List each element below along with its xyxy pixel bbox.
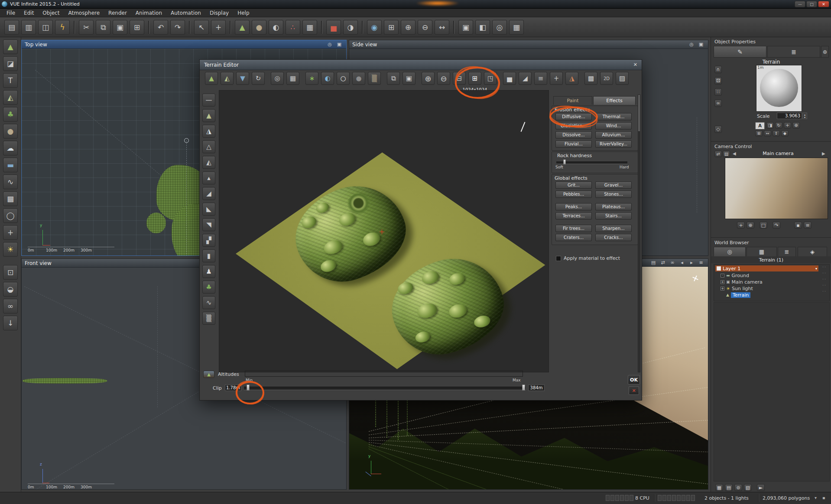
pan-view-icon[interactable]: ↔ xyxy=(435,20,449,35)
wb-tab-browse[interactable]: ◎ xyxy=(714,247,746,256)
view-2d-icon[interactable]: 2D xyxy=(600,72,613,85)
panel-scrollbar-thumb[interactable] xyxy=(638,95,640,131)
dissolve-effect-icon[interactable]: ▨ xyxy=(616,72,629,85)
mountain-tool-icon[interactable]: ◭ xyxy=(3,90,18,105)
camera-prev-arrow[interactable]: ◀ xyxy=(733,151,736,156)
dissolve-button[interactable]: Dissolve... xyxy=(555,131,592,139)
frame-select-icon[interactable]: □ xyxy=(760,222,767,229)
copy-terrain-icon[interactable]: ⧉ xyxy=(387,72,400,85)
viewport-maximize-icon[interactable]: ▣ xyxy=(697,41,705,48)
snapshot-icon[interactable]: ▦ xyxy=(509,20,524,35)
tab-paint[interactable]: Paint xyxy=(553,96,592,105)
viewport-camera-icon[interactable]: ◎ xyxy=(326,41,334,48)
sphere-tool-icon[interactable]: ◒ xyxy=(3,282,18,297)
select-icon[interactable]: ↖ xyxy=(194,20,209,35)
brush-level-icon[interactable]: — xyxy=(202,94,215,107)
stairs-button[interactable]: Stairs... xyxy=(595,212,632,220)
brush-mesa-icon[interactable]: ▮ xyxy=(202,249,215,262)
rotate-icon[interactable]: ↻ xyxy=(775,122,782,129)
wb-list-icon[interactable]: ▤ xyxy=(725,484,733,491)
scale-value-field[interactable]: 3.9063 xyxy=(777,113,802,119)
menu-help[interactable]: Help xyxy=(234,9,253,17)
terrain-3d-canvas[interactable] xyxy=(219,90,549,372)
terrain-editor-titlebar[interactable]: Terrain Editor ✕ xyxy=(200,60,642,70)
dialog-close-icon[interactable]: ✕ xyxy=(633,62,637,68)
wb-play-icon[interactable]: ► xyxy=(757,484,765,491)
wb-grid-icon[interactable]: ▦ xyxy=(715,484,723,491)
tree-row-main-camera[interactable]: + ▣ Main camera xyxy=(721,279,826,285)
link-icon[interactable]: ∞ xyxy=(714,100,722,107)
persp-loop-icon[interactable]: ∞ xyxy=(669,259,676,266)
flip-icon[interactable]: ◨ xyxy=(766,122,774,129)
clip-slider-track[interactable] xyxy=(244,387,526,390)
cut-icon[interactable]: ✂ xyxy=(79,20,94,35)
fir-trees-button[interactable]: Fir trees... xyxy=(555,225,592,232)
render-options-icon[interactable]: ◎ xyxy=(492,20,507,35)
open-file-icon[interactable]: ▥ xyxy=(21,20,36,35)
snap-grid-icon[interactable]: ⊞ xyxy=(384,20,399,35)
rock-tool-icon[interactable]: ● xyxy=(3,124,18,139)
brush-cliff-icon[interactable]: ◣ xyxy=(202,203,215,216)
create-terrain-icon[interactable]: ▲ xyxy=(235,20,250,35)
persp-display-icon[interactable]: ▤ xyxy=(649,259,657,266)
persp-prev-icon[interactable]: ◂ xyxy=(678,259,686,266)
primitive-tool-icon[interactable]: ◪ xyxy=(3,56,18,71)
copy-icon[interactable]: ⧉ xyxy=(96,20,110,35)
paste-icon[interactable]: ▣ xyxy=(113,20,127,35)
add-effect-icon[interactable]: + xyxy=(550,72,563,85)
slope-effect-icon[interactable]: ◢ xyxy=(519,72,532,85)
terrain-new-icon[interactable]: ▲ xyxy=(205,72,218,85)
menu-render[interactable]: Render xyxy=(104,9,131,17)
horizontal-icon[interactable]: ↔ xyxy=(764,130,771,136)
brush-snow-icon[interactable]: ◮ xyxy=(202,125,215,138)
surface-rock-icon[interactable]: ▒ xyxy=(368,72,381,85)
selection-handle-top[interactable] xyxy=(184,138,189,143)
persp-swap-icon[interactable]: ⇄ xyxy=(659,259,667,266)
terrain-smooth-icon[interactable]: ◭ xyxy=(221,72,234,85)
water-tool-icon[interactable]: ▬ xyxy=(3,158,18,172)
magnet-icon[interactable]: ∩ xyxy=(714,66,722,73)
viewport-side-header[interactable]: Side view ◎ ▣ xyxy=(349,40,708,49)
undo-icon[interactable]: ↶ xyxy=(153,20,168,35)
globe-terrain-icon[interactable]: ◐ xyxy=(321,72,334,85)
gravel-button[interactable]: Gravel... xyxy=(595,181,632,189)
wb-tab-filters[interactable]: ≣ xyxy=(778,247,796,256)
objects-tool-icon[interactable]: ⊡ xyxy=(3,265,18,280)
pattern-icon[interactable]: ∷ xyxy=(714,88,722,96)
clip-texture-icon[interactable]: ▩ xyxy=(584,72,597,85)
fluvial-button[interactable]: Fluvial... xyxy=(555,140,592,148)
create-rock-icon[interactable]: ● xyxy=(252,20,266,35)
menu-edit[interactable]: Edit xyxy=(20,9,38,17)
brush-mountain-icon[interactable]: ▲ xyxy=(202,109,215,122)
panel-scrollbar[interactable] xyxy=(638,94,640,372)
text-tool-icon[interactable]: T xyxy=(3,73,18,88)
terrace-effect-icon[interactable]: ≡ xyxy=(534,72,547,85)
axis-lock-icon[interactable]: ⊞ xyxy=(755,130,763,136)
viewport-top-header[interactable]: Top view ◎ ▣ xyxy=(22,40,346,49)
minimize-button[interactable]: — xyxy=(795,1,805,7)
menu-automation[interactable]: Automation xyxy=(167,9,205,17)
vertical-icon[interactable]: ↕ xyxy=(773,130,780,136)
new-scene-icon[interactable]: ▤ xyxy=(4,20,19,35)
volcano-effect-icon[interactable]: ◮ xyxy=(565,72,578,85)
pebbles-button[interactable]: Pebbles... xyxy=(555,191,592,198)
paste-terrain-icon[interactable]: ▣ xyxy=(403,72,416,85)
font-button[interactable]: A xyxy=(755,122,765,129)
terrain-reset-icon[interactable]: ↻ xyxy=(252,72,265,85)
wb-gear-icon[interactable]: ⊚ xyxy=(734,484,742,491)
cracks-button[interactable]: Cracks... xyxy=(595,234,632,241)
ok-button[interactable]: OK xyxy=(628,375,640,384)
apply-material-row[interactable]: Apply material to effect xyxy=(556,255,620,261)
render-display-icon[interactable]: ▣ xyxy=(458,20,473,35)
mirror-icon[interactable]: ◑ xyxy=(343,20,358,35)
camera-preview-image[interactable] xyxy=(725,158,828,219)
add-camera-icon[interactable]: + xyxy=(737,222,745,229)
zoom-in-icon[interactable]: ⊕ xyxy=(422,72,435,85)
cancel-button[interactable]: ✕ xyxy=(629,386,639,395)
maximize-button[interactable]: □ xyxy=(806,1,817,7)
terrain-tool-icon[interactable]: ▲ xyxy=(3,39,18,54)
properties-options-button[interactable]: ⊚ xyxy=(821,46,829,57)
persp-next-icon[interactable]: ▸ xyxy=(688,259,695,266)
tree-row-terrain[interactable]: ▲ Terrain xyxy=(721,292,826,298)
plant-tool-icon[interactable]: ♣ xyxy=(3,107,18,122)
